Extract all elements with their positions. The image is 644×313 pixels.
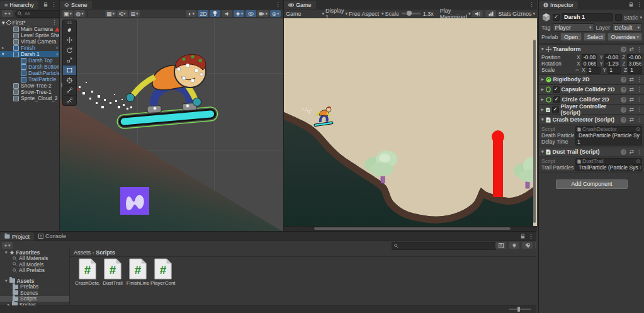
aspect-dropdown[interactable]: Free Aspect▾ (349, 11, 383, 17)
rigidbody2d-component-header[interactable]: ▸ Rigidbody 2D ?⇄⋮ (539, 74, 644, 84)
add-object-button[interactable]: +▾ (2, 10, 13, 17)
rotation-z-field[interactable]: 3.056 (627, 60, 642, 67)
hierarchy-item-trailparticle[interactable]: TrailParticle (0, 76, 59, 83)
folder-prefabs[interactable]: Prefabs (0, 284, 69, 290)
grid-snapping-dropdown[interactable]: ▦▾ (105, 10, 116, 17)
presets-icon[interactable]: ⇄ (629, 117, 634, 123)
favorites-star-icon[interactable] (535, 242, 536, 249)
capsule-collider-component-header[interactable]: ▸ ✓ Capsule Collider 2D ?⇄⋮ (539, 84, 644, 94)
tag-dropdown[interactable]: Player▾ (553, 23, 594, 31)
transform-component-header[interactable]: ▾ Transform ?⇄⋮ (539, 44, 644, 54)
rect-tool-button[interactable] (63, 65, 76, 75)
help-icon[interactable]: ? (621, 117, 626, 123)
scale-x-field[interactable]: 1 (587, 67, 601, 74)
asset-dusttrail[interactable]: # DustTrail (100, 258, 125, 286)
custom-tool-button-1[interactable] (63, 85, 76, 95)
scene-row-menu-icon[interactable]: ⋮ (52, 20, 57, 25)
hand-tool-button[interactable] (63, 25, 76, 35)
asset-zoom-thumb[interactable] (517, 307, 520, 312)
shading-mode-dropdown[interactable]: ◐▾ (186, 10, 196, 17)
static-dropdown-icon[interactable]: ▾ (640, 15, 642, 20)
game-viewport[interactable] (284, 18, 537, 227)
object-picker-icon[interactable]: ⊙ (636, 126, 640, 132)
hierarchy-item-darsh-1[interactable]: ▾Darsh 1› (0, 51, 59, 57)
crash-detector-component-header[interactable]: ▾ # Crash Detector (Script) ?⇄⋮ (539, 115, 644, 125)
component-enabled-checkbox[interactable]: ✓ (553, 86, 560, 93)
lock-icon[interactable] (43, 2, 48, 7)
search-by-label-icon[interactable] (509, 242, 519, 249)
tool-handle-orientation-dropdown[interactable]: ◍▾ (74, 10, 85, 17)
active-checkbox[interactable]: ✓ (553, 14, 560, 21)
scale-z-field[interactable]: 1 (628, 67, 642, 74)
favorites-all-materials[interactable]: All Materials (0, 256, 69, 262)
scene-audio-toggle[interactable] (222, 10, 232, 17)
label-tag-icon[interactable] (522, 242, 533, 249)
asset-grid[interactable]: # CrashDete... # DustTrail # FinishLine … (70, 257, 536, 306)
folder-scenes[interactable]: Scenes (0, 290, 69, 296)
script-object-field[interactable]: DustTrail⊙ (575, 158, 642, 165)
transform-tool-button[interactable] (63, 75, 76, 85)
asset-playercontroller[interactable]: # PlayerCont... (150, 258, 176, 286)
custom-tool-button-2[interactable] (63, 95, 76, 105)
scene-lighting-toggle[interactable] (210, 10, 220, 17)
hierarchy-item-finish[interactable]: ▸Finish› (0, 45, 59, 51)
tool-handle-pivot-dropdown[interactable]: ▣▾ (62, 10, 73, 17)
presets-icon[interactable]: ⇄ (629, 86, 634, 93)
component-menu-icon[interactable]: ⋮ (636, 107, 642, 113)
hierarchy-item-snow-tree-1[interactable]: Snow-Tree-1 (0, 89, 59, 95)
display-target-dropdown[interactable]: Game▾ (286, 11, 324, 17)
snowboarder-character[interactable] (113, 52, 223, 130)
component-menu-icon[interactable]: ⋮ (636, 117, 642, 123)
rotate-tool-button[interactable] (63, 45, 76, 55)
prefab-open-arrow-icon[interactable]: › (56, 51, 58, 57)
asset-finishline[interactable]: # FinishLine (125, 258, 150, 286)
tab-hierarchy[interactable]: ≡ Hierarchy (0, 1, 38, 9)
help-icon[interactable]: ? (621, 47, 626, 52)
object-picker-icon[interactable]: ⊙ (636, 158, 640, 164)
component-menu-icon[interactable]: ⋮ (636, 149, 642, 155)
object-name-field[interactable]: Darsh 1 (562, 13, 613, 21)
component-enabled-checkbox[interactable]: ✓ (552, 106, 559, 113)
lock-icon[interactable] (521, 234, 525, 239)
inspector-menu-icon[interactable]: ⋮ (636, 2, 642, 8)
delay-time-field[interactable]: 1 (575, 139, 642, 145)
presets-icon[interactable]: ⇄ (629, 46, 634, 52)
prefab-select-button[interactable]: Select (584, 33, 606, 41)
scene-root-row[interactable]: ▾ First* ⋮ (0, 19, 59, 26)
game-gizmos-dropdown[interactable]: Gizmos▾ (512, 11, 535, 17)
tab-game[interactable]: Game (284, 1, 316, 9)
hierarchy-item-deathparticle[interactable]: DeathParticle (0, 70, 59, 76)
move-tool-button[interactable] (63, 35, 76, 45)
search-by-type-icon[interactable] (495, 242, 506, 249)
hierarchy-item-main-camera[interactable]: Main Camera (0, 26, 59, 32)
asset-zoom-slider[interactable] (509, 309, 531, 310)
hierarchy-item-sprite-cloud-2[interactable]: Sprite_Cloud_2 (0, 95, 59, 101)
component-menu-icon[interactable]: ⋮ (636, 97, 642, 103)
game-menu-icon[interactable]: ⋮ (529, 2, 534, 8)
favorites-all-models[interactable]: All Models (0, 261, 69, 268)
hierarchy-item-level-sprite-shape[interactable]: Level Sprite Shap (0, 32, 59, 38)
lock-icon[interactable] (629, 2, 633, 7)
hierarchy-item-darsh-top[interactable]: Darsh Top (0, 57, 59, 64)
hierarchy-item-virtual-camera[interactable]: Virtual Camera (0, 38, 59, 45)
prefab-open-button[interactable]: Open (560, 33, 582, 41)
hierarchy-search-input[interactable] (23, 10, 60, 17)
hierarchy-menu-icon[interactable]: ⋮ (51, 2, 57, 8)
tab-scene[interactable]: Scene (60, 1, 92, 9)
scene-menu-icon[interactable]: ⋮ (275, 2, 281, 8)
death-particles-object-field[interactable]: DeathParticle (Particle Sy⊙ (575, 132, 642, 139)
position-z-field[interactable]: -0.004 (627, 54, 642, 61)
scale-slider[interactable] (402, 13, 421, 14)
layer-dropdown[interactable]: Default▾ (612, 23, 642, 31)
dust-trail-component-header[interactable]: ▾ # Dust Trail (Script) ?⇄⋮ (539, 147, 644, 157)
increment-snap-dropdown[interactable]: ⑆▾ (117, 10, 128, 17)
rotation-y-field[interactable]: -1.298 (604, 60, 619, 67)
presets-icon[interactable]: ⇄ (629, 106, 634, 113)
component-menu-icon[interactable]: ⋮ (636, 77, 642, 83)
favorites-all-prefabs[interactable]: All Prefabs (0, 268, 69, 274)
purple-logo-sprite[interactable] (120, 187, 149, 215)
scene-visibility-toggle[interactable] (246, 10, 256, 17)
component-enabled-checkbox[interactable]: ✓ (553, 96, 560, 103)
object-picker-icon[interactable]: ⊙ (641, 132, 642, 139)
position-y-field[interactable]: -0.081 (604, 54, 619, 61)
